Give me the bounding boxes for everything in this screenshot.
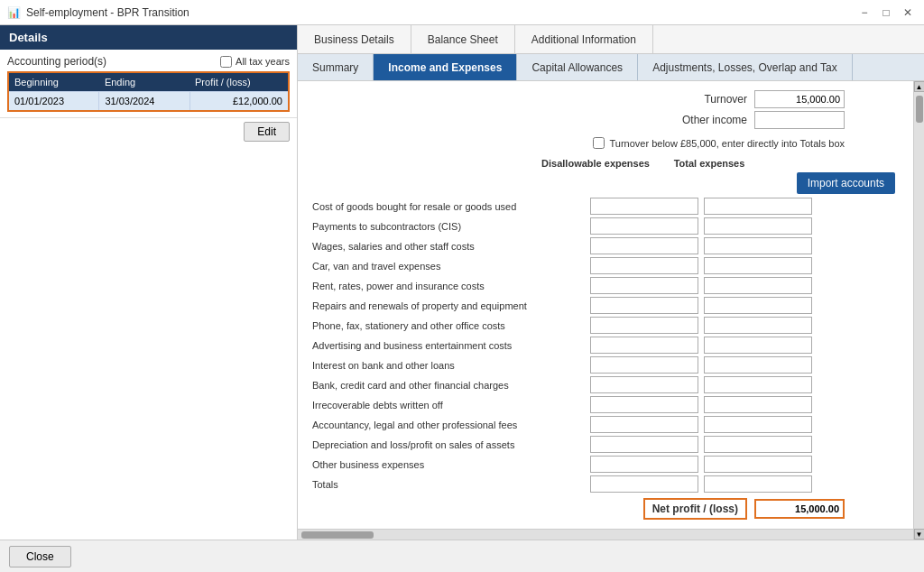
disallowable-input-col [590,356,698,374]
tab-adjustments[interactable]: Adjustments, Losses, Overlap and Tax [638,54,853,80]
tab-balance-sheet[interactable]: Balance Sheet [411,25,515,53]
total-input[interactable] [704,257,812,274]
tab-income-and-expenses[interactable]: Income and Expenses [374,54,517,80]
total-input[interactable] [704,237,812,254]
disallowable-input-col [590,317,698,334]
all-tax-years-label: All tax years [236,56,290,67]
disallowable-input[interactable] [590,396,698,413]
expense-label: Wages, salaries and other staff costs [312,241,590,252]
tab-capital-allowances[interactable]: Capital Allowances [517,54,638,80]
expense-row: Advertising and business entertainment c… [312,337,899,354]
disallowable-input[interactable] [590,356,698,374]
total-input[interactable] [704,396,812,413]
close-window-button[interactable]: ✕ [899,4,917,22]
sub-tabs: Summary Income and Expenses Capital Allo… [298,54,924,81]
disallowable-input[interactable] [590,475,698,493]
total-input-col [704,217,812,235]
expense-label: Interest on bank and other loans [312,360,590,371]
expense-label: Other business expenses [312,459,590,470]
turnover-below-checkbox[interactable] [593,137,605,149]
total-input[interactable] [704,317,812,334]
net-profit-input[interactable] [754,499,845,519]
content-area: Turnover Other income Turnover below £85… [298,81,913,529]
expense-row: Other business expenses [312,456,899,473]
v-scrollbar-thumb[interactable] [916,96,923,123]
expense-row: Phone, fax, stationery and other office … [312,317,899,334]
import-accounts-button[interactable]: Import accounts [797,172,895,194]
table-row[interactable]: 01/01/2023 31/03/2024 £12,000.00 [8,92,289,112]
disallowable-input[interactable] [590,456,698,473]
vertical-scrollbar[interactable]: ▲ ▼ [913,81,924,540]
profit-cell: £12,000.00 [189,92,289,112]
disallowable-input[interactable] [590,257,698,274]
expense-row: Payments to subcontractors (CIS) [312,217,899,235]
total-input[interactable] [704,475,812,493]
right-panel: Business Details Balance Sheet Additiona… [298,25,924,540]
right-scrollable: Turnover Other income Turnover below £85… [298,81,913,540]
tab-additional-information[interactable]: Additional Information [515,25,653,53]
total-input-col [704,416,812,433]
total-input[interactable] [704,436,812,453]
disallowable-input[interactable] [590,436,698,453]
disallowable-input[interactable] [590,376,698,393]
expense-label: Accountancy, legal and other professiona… [312,420,590,430]
app-icon: 📊 [7,6,21,19]
all-tax-years-checkbox[interactable] [220,56,232,68]
accounting-period-label: Accounting period(s) All tax years [7,55,290,68]
disallowable-input-col [590,456,698,473]
disallowable-input-col [590,416,698,433]
disallowable-input[interactable] [590,297,698,314]
expenses-header-row: Disallowable expenses Total expenses [312,158,899,169]
disallowable-input[interactable] [590,317,698,334]
left-panel: Details Accounting period(s) All tax yea… [0,25,298,540]
total-input-col [704,376,812,393]
total-input-col [704,475,812,493]
total-input[interactable] [704,198,812,215]
disallowable-input[interactable] [590,217,698,235]
ending-header: Ending [99,72,189,92]
disallowable-input[interactable] [590,416,698,433]
h-scrollbar-thumb[interactable] [301,531,374,539]
total-input-col [704,198,812,215]
expense-label: Repairs and renewals of property and equ… [312,300,590,311]
window-title: Self-employment - BPR Transition [26,6,189,19]
disallowable-input[interactable] [590,198,698,215]
total-input[interactable] [704,376,812,393]
maximize-button[interactable]: □ [877,4,895,22]
disallowable-input[interactable] [590,277,698,294]
profit-loss-header: Profit / (loss) [189,72,289,92]
total-input[interactable] [704,277,812,294]
v-scroll-down[interactable]: ▼ [914,529,925,540]
expense-label: Rent, rates, power and insurance costs [312,281,590,291]
tab-business-details[interactable]: Business Details [298,25,411,53]
expense-label: Irrecoverable debts written off [312,400,590,411]
other-income-input[interactable] [754,111,845,129]
total-input[interactable] [704,456,812,473]
v-scroll-up[interactable]: ▲ [914,81,925,92]
title-bar-controls: − □ ✕ [855,4,917,22]
total-input[interactable] [704,416,812,433]
expense-row: Bank, credit card and other financial ch… [312,376,899,393]
disallowable-input-col [590,297,698,314]
minimize-button[interactable]: − [855,4,873,22]
disallowable-input[interactable] [590,237,698,254]
turnover-checkbox-row: Turnover below £85,000, enter directly i… [312,137,899,149]
total-input[interactable] [704,337,812,354]
total-input[interactable] [704,356,812,374]
disallowable-input[interactable] [590,337,698,354]
tab-summary[interactable]: Summary [298,54,374,80]
disallowable-input-col [590,257,698,274]
edit-button[interactable]: Edit [244,122,290,142]
horizontal-scrollbar[interactable] [298,529,913,540]
expense-label: Payments to subcontractors (CIS) [312,221,590,232]
expense-label: Phone, fax, stationery and other office … [312,320,590,331]
turnover-input[interactable] [754,90,845,108]
total-input-col [704,436,812,453]
close-button[interactable]: Close [9,546,71,567]
total-input[interactable] [704,297,812,314]
expense-row: Repairs and renewals of property and equ… [312,297,899,314]
beginning-cell: 01/01/2023 [8,92,99,112]
disallowable-input-col [590,198,698,215]
other-income-row: Other income [657,111,845,129]
total-input[interactable] [704,217,812,235]
